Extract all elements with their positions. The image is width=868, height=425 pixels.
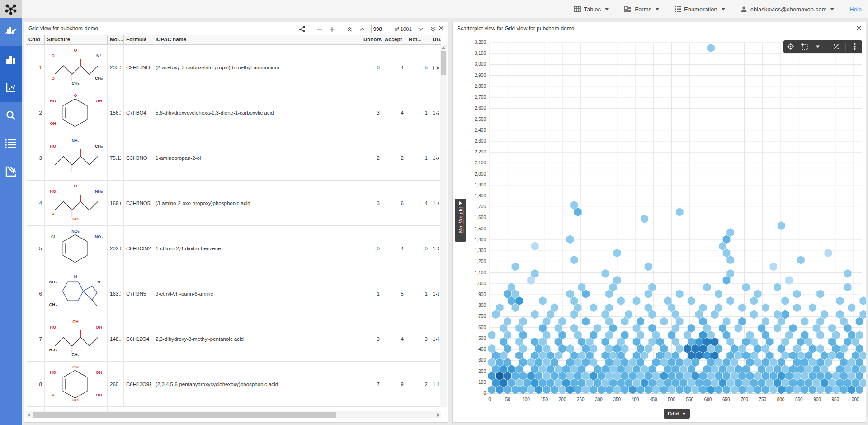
page-input[interactable] xyxy=(371,25,390,33)
help-link[interactable]: Help xyxy=(849,6,862,13)
hexbin-cell xyxy=(859,378,866,387)
column-header-formula[interactable]: Formula xyxy=(124,35,153,44)
table-row[interactable]: 5ClNO₂NO₂202.55C6H3ClN2O41-chloro-2,4-di… xyxy=(26,226,441,271)
hexbin-cell xyxy=(617,338,625,346)
svg-text:P: P xyxy=(52,211,54,216)
hexbin-cell xyxy=(703,283,711,291)
scrollbar-thumb[interactable] xyxy=(441,51,446,75)
table-row-partial[interactable] xyxy=(26,407,441,411)
table-row[interactable]: 8HOOHOHPHOOH260.13C6H13O9P(2,3,4,5,6-pen… xyxy=(26,362,441,407)
selection-mode-button[interactable] xyxy=(800,42,809,51)
last-page-button[interactable] xyxy=(429,25,437,33)
hexbin-cell xyxy=(785,331,793,339)
hexbin-cell xyxy=(570,365,578,373)
hexbin-cell xyxy=(558,344,566,353)
cell-accept: 4 xyxy=(382,316,406,361)
zoom-in-button[interactable] xyxy=(328,25,336,33)
cell-rot: 2 xyxy=(406,362,430,406)
sidebar-item-scatter-chart[interactable] xyxy=(0,74,22,102)
hexbin-cell xyxy=(512,303,519,312)
y-tick-label: 1,200 xyxy=(475,259,486,264)
clear-selection-button[interactable] xyxy=(832,42,841,51)
cell-accept: 4 xyxy=(382,45,406,90)
svg-text:CH₃: CH₃ xyxy=(49,302,57,306)
hexbin-cell xyxy=(602,338,609,346)
grid-horizontal-scrollbar[interactable] xyxy=(26,411,441,418)
y-tick-label: 300 xyxy=(478,358,486,363)
column-header-mol[interactable]: Mol... xyxy=(108,35,124,44)
forms-menu[interactable]: Forms xyxy=(624,6,659,13)
y-tick-label: 500 xyxy=(478,336,486,341)
column-header-donors[interactable]: Donors xyxy=(361,35,382,44)
user-menu[interactable]: eblaskovics@chemaxon.com xyxy=(741,6,835,13)
y-tick-label: 2,000 xyxy=(475,172,486,177)
app-logo[interactable] xyxy=(0,0,22,18)
tables-menu[interactable]: Tables xyxy=(574,6,609,13)
grid-panel-close-button[interactable] xyxy=(438,25,445,32)
hexbin-cell xyxy=(754,290,762,298)
y-axis-selector-button[interactable]: Mol Weight xyxy=(455,199,466,242)
hexbin-cell xyxy=(750,351,758,360)
column-header-db[interactable]: DB... xyxy=(430,35,441,44)
hexbin-cell xyxy=(684,385,691,394)
table-row[interactable]: 3HONH₂CH₃75.11C3H9NO1-aminopropan-2-ol22… xyxy=(26,135,441,181)
enumeration-menu[interactable]: Enumeration xyxy=(675,6,725,13)
x-axis-selector-button[interactable]: CdId xyxy=(664,409,690,419)
hexbin-cell xyxy=(496,372,504,380)
next-page-button[interactable] xyxy=(416,25,425,33)
table-row[interactable]: 1OON⁺OCH₃CH₃203.24C9H17NO4(2-acetoxy-3-c… xyxy=(26,45,441,90)
cell-cdid: 8 xyxy=(26,362,45,406)
hexbin-cell xyxy=(668,372,676,380)
hexbin-cell xyxy=(558,385,566,394)
share-button[interactable] xyxy=(298,25,306,33)
hexbin-cell xyxy=(637,344,644,353)
sidebar-item-import-export[interactable] xyxy=(0,158,22,186)
table-row[interactable]: 7HOOHOHH₃CCH₃148.16C6H12O42,3-dihydroxy-… xyxy=(26,316,441,362)
hexbin-cell xyxy=(515,338,523,346)
column-header-rot[interactable]: Rot... xyxy=(406,35,430,44)
column-header-accept[interactable]: Accept xyxy=(382,35,406,44)
hexbin-cell xyxy=(695,338,703,346)
hexbin-cell xyxy=(738,344,746,353)
zoom-to-fit-button[interactable] xyxy=(786,42,795,51)
hexbin-scatterplot[interactable]: 01002003004005006007008009001,0001,1001,… xyxy=(453,22,866,422)
hexbin-cell xyxy=(602,365,609,373)
hexbin-cell xyxy=(735,365,742,373)
grid-vertical-scrollbar[interactable] xyxy=(440,45,447,407)
svg-text:CH₃: CH₃ xyxy=(71,81,79,86)
more-options-button[interactable] xyxy=(850,42,859,51)
column-header-iupac[interactable]: IUPAC name xyxy=(153,35,361,44)
hexbin-cell xyxy=(692,358,699,367)
hexbin-cell xyxy=(726,351,734,360)
hexbin-cell xyxy=(570,310,578,319)
hexbin-cell xyxy=(547,310,554,319)
sidebar-item-bar-chart[interactable] xyxy=(0,46,22,74)
toolbar-divider xyxy=(341,25,341,33)
column-header-structure[interactable]: Structure xyxy=(45,35,108,44)
first-page-button[interactable] xyxy=(346,25,354,33)
hexbin-cell xyxy=(825,248,832,257)
table-row[interactable]: 6NH₂NNCH₃163.18C7H9N59-ethyl-9H-purin-6-… xyxy=(26,271,441,316)
chevron-up-icon xyxy=(359,26,365,32)
hexbin-cell xyxy=(844,338,852,346)
table-row[interactable]: 4HOONH₂PHO169.07C3H8NO5P(3-amino-2-oxo-p… xyxy=(26,181,441,226)
cell-formula: C7H8O4 xyxy=(124,90,153,135)
hexbin-cell xyxy=(613,358,621,367)
scrollbar-thumb[interactable] xyxy=(33,412,336,418)
y-tick-label: 800 xyxy=(478,303,486,308)
cell-cdid: 3 xyxy=(26,135,45,180)
table-row[interactable]: 2HOOOHOH156.14C7H8O45,6-dihydroxycyclohe… xyxy=(26,90,441,135)
prev-page-button[interactable] xyxy=(359,25,367,33)
hexbin-cell xyxy=(813,378,821,387)
cell-db: 1-C xyxy=(430,226,441,271)
selection-dropdown-button[interactable] xyxy=(813,42,822,51)
sidebar-item-combo-chart[interactable] xyxy=(0,18,22,46)
hexbin-cell xyxy=(668,358,676,367)
hexbin-cell xyxy=(840,317,848,325)
column-header-cdid[interactable]: CdId xyxy=(26,35,45,44)
sidebar-item-list[interactable] xyxy=(0,130,22,158)
zoom-out-button[interactable] xyxy=(316,25,324,33)
hexbin-cell xyxy=(856,358,863,367)
sidebar-item-search[interactable] xyxy=(0,102,22,130)
hexbin-cell xyxy=(488,372,496,380)
